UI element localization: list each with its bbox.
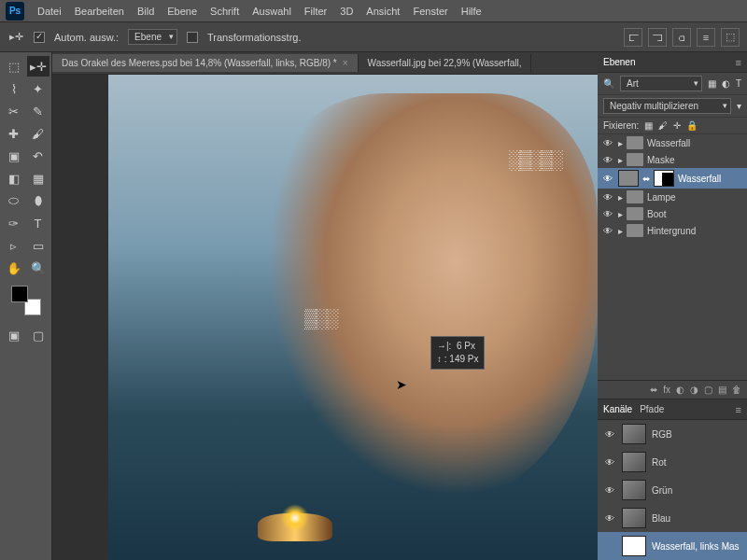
measure-tooltip: →|: 6 Px ↕ : 149 Px xyxy=(430,336,485,370)
visibility-icon[interactable]: 👁 xyxy=(603,429,616,440)
channel-green[interactable]: 👁Grün xyxy=(598,476,747,504)
layer-group[interactable]: 👁▸Maske xyxy=(598,151,747,168)
gradient-tool[interactable]: ▦ xyxy=(27,168,49,189)
shape-tool[interactable]: ▭ xyxy=(27,235,49,256)
screenmode-icon[interactable]: ▢ xyxy=(27,325,49,345)
menu-layer[interactable]: Ebene xyxy=(167,6,197,17)
folder-icon[interactable]: ▢ xyxy=(704,385,712,395)
menu-image[interactable]: Bild xyxy=(137,6,154,17)
channel-thumbnail xyxy=(622,452,646,472)
folder-icon xyxy=(627,153,643,166)
eraser-tool[interactable]: ◧ xyxy=(3,168,25,189)
menu-3d[interactable]: 3D xyxy=(340,6,353,17)
stamp-tool[interactable]: ▣ xyxy=(3,146,25,166)
folder-icon xyxy=(627,190,643,203)
menu-select[interactable]: Auswahl xyxy=(252,6,291,17)
autoselect-checkbox[interactable] xyxy=(34,32,45,43)
marquee-tool[interactable]: ⬚ xyxy=(3,56,25,77)
close-icon[interactable]: × xyxy=(343,58,348,68)
link-icon[interactable]: ⬌ xyxy=(642,174,650,184)
folder-icon xyxy=(627,207,643,220)
visibility-icon[interactable]: 👁 xyxy=(601,192,614,203)
distribute-icon[interactable]: ≡ xyxy=(697,28,715,47)
fx-icon[interactable]: fx xyxy=(663,385,670,395)
lock-brush-icon[interactable]: 🖌 xyxy=(658,120,668,131)
history-tool[interactable]: ↶ xyxy=(27,146,49,166)
filter-text-icon[interactable]: T xyxy=(736,78,741,89)
brush-tool[interactable]: 🖌 xyxy=(27,123,49,144)
visibility-icon[interactable]: 👁 xyxy=(603,457,616,468)
link-icon[interactable]: ⬌ xyxy=(650,385,657,395)
document-tab-1[interactable]: Das Orakel des Meeres.psd bei 14,8% (Was… xyxy=(52,54,359,72)
dodge-tool[interactable]: ⬮ xyxy=(27,190,49,211)
align-center-icon[interactable]: ⫎ xyxy=(648,28,667,47)
layer-group[interactable]: 👁▸Boot xyxy=(598,205,747,222)
layers-tab[interactable]: Ebenen xyxy=(603,57,635,67)
menu-view[interactable]: Ansicht xyxy=(366,6,400,17)
blend-mode-dropdown[interactable]: Negativ multiplizieren xyxy=(603,98,731,114)
water-splash: ▒░░ xyxy=(304,308,336,329)
layer-item-selected[interactable]: 👁⬌Wasserfall xyxy=(598,168,747,189)
align-left-icon[interactable]: ⫍ xyxy=(624,28,642,47)
lock-pixels-icon[interactable]: ▦ xyxy=(644,120,653,131)
menu-window[interactable]: Fenster xyxy=(413,6,447,17)
new-layer-icon[interactable]: ▤ xyxy=(718,385,726,395)
visibility-icon[interactable]: 👁 xyxy=(603,513,616,524)
crop-tool[interactable]: ✂ xyxy=(3,101,25,121)
visibility-icon[interactable]: 👁 xyxy=(601,174,614,184)
layer-thumbnail[interactable] xyxy=(618,170,639,187)
visibility-icon[interactable]: 👁 xyxy=(603,485,616,496)
autoselect-mode-dropdown[interactable]: Ebene xyxy=(128,29,177,45)
channel-blue[interactable]: 👁Blau xyxy=(598,504,747,532)
lock-move-icon[interactable]: ✛ xyxy=(673,120,681,131)
zoom-tool[interactable]: 🔍 xyxy=(27,258,49,278)
filter-adjust-icon[interactable]: ◐ xyxy=(722,78,730,89)
transform-checkbox[interactable] xyxy=(187,32,198,43)
lasso-tool[interactable]: ⌇ xyxy=(3,78,25,99)
paths-tab[interactable]: Pfade xyxy=(640,404,664,414)
layer-group[interactable]: 👁▸Lampe xyxy=(598,189,747,205)
channel-red[interactable]: 👁Rot xyxy=(598,448,747,476)
channel-mask[interactable]: Wasserfall, links Mas xyxy=(598,532,747,560)
eyedropper-tool[interactable]: ✎ xyxy=(27,101,49,121)
menu-file[interactable]: Datei xyxy=(37,6,62,17)
wand-tool[interactable]: ✦ xyxy=(27,78,49,99)
visibility-icon[interactable]: 👁 xyxy=(601,209,614,219)
lock-all-icon[interactable]: 🔒 xyxy=(686,120,698,131)
layer-filter-dropdown[interactable]: Art xyxy=(620,76,702,91)
trash-icon[interactable]: 🗑 xyxy=(732,385,741,395)
panel-menu-icon[interactable]: ≡ xyxy=(736,404,741,415)
filter-image-icon[interactable]: ▦ xyxy=(708,78,716,89)
mask-thumbnail[interactable] xyxy=(654,170,674,187)
mask-icon[interactable]: ◐ xyxy=(676,385,684,395)
menu-filter[interactable]: Filter xyxy=(304,6,327,17)
move-tool[interactable]: ▸✛ xyxy=(27,56,49,77)
visibility-icon[interactable]: 👁 xyxy=(601,138,614,148)
move-tool-icon: ▸✛ xyxy=(7,29,24,46)
heal-tool[interactable]: ✚ xyxy=(3,123,25,144)
path-tool[interactable]: ▹ xyxy=(3,235,25,256)
adjustment-icon[interactable]: ◑ xyxy=(690,385,698,395)
canvas[interactable]: ░▒░▒░ ▒░░ →|: 6 Px ↕ : 149 Px ➤ xyxy=(52,75,598,560)
color-swatches[interactable] xyxy=(11,286,41,315)
menu-edit[interactable]: Bearbeiten xyxy=(75,6,124,17)
align-right-icon[interactable]: ⫏ xyxy=(672,28,691,47)
hand-tool[interactable]: ✋ xyxy=(3,258,25,278)
foreground-color[interactable] xyxy=(11,286,28,302)
channel-rgb[interactable]: 👁RGB xyxy=(598,420,747,448)
layer-group[interactable]: 👁▸Hintergrund xyxy=(598,222,747,239)
channels-tab[interactable]: Kanäle xyxy=(603,404,632,414)
type-tool[interactable]: T xyxy=(27,213,49,233)
visibility-icon[interactable]: 👁 xyxy=(601,155,614,165)
quickmask-icon[interactable]: ▣ xyxy=(3,325,25,345)
menu-help[interactable]: Hilfe xyxy=(461,6,482,17)
3d-mode-icon[interactable]: ⬚ xyxy=(721,28,740,47)
blur-tool[interactable]: ⬭ xyxy=(3,190,25,211)
menu-type[interactable]: Schrift xyxy=(210,6,239,17)
visibility-icon[interactable]: 👁 xyxy=(601,226,614,236)
pen-tool[interactable]: ✑ xyxy=(3,213,25,233)
document-tab-2[interactable]: Wasserfall.jpg bei 22,9% (Wasserfall, xyxy=(359,54,532,72)
opacity-arrow-icon[interactable]: ▾ xyxy=(737,101,741,111)
panel-menu-icon[interactable]: ≡ xyxy=(736,57,741,68)
layer-group[interactable]: 👁▸Wasserfall xyxy=(598,134,747,151)
